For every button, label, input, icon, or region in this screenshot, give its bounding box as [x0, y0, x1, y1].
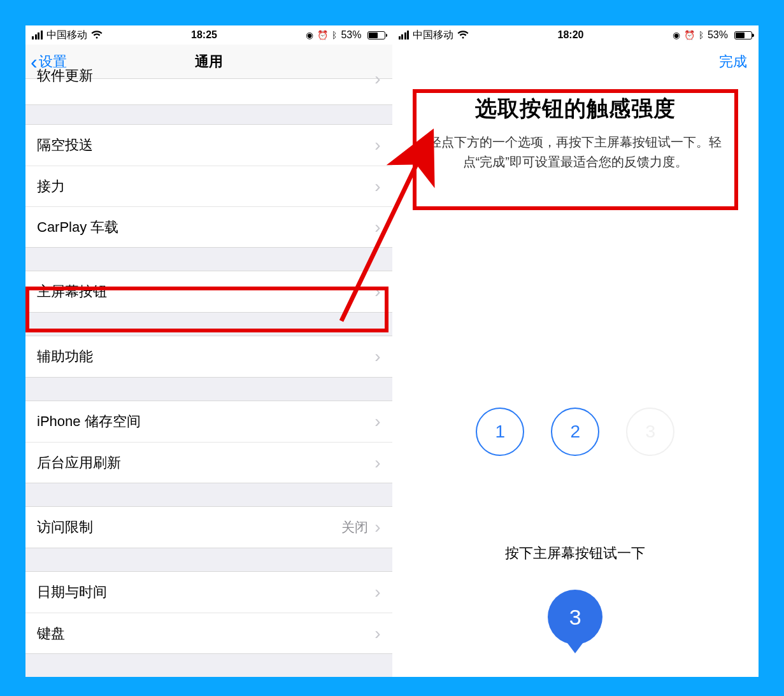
chevron-right-icon: ›	[374, 582, 380, 602]
dnd-icon: ◉	[306, 30, 313, 40]
settings-list[interactable]: 软件更新 › 隔空投送 › 接力 › CarPlay 车载 ›	[25, 79, 392, 654]
haptic-prompt: 按下主屏幕按钮试一下	[392, 544, 759, 563]
list-item[interactable]: 后台应用刷新 ›	[25, 442, 392, 483]
haptic-option-1[interactable]: 1	[476, 408, 524, 456]
bluetooth-icon: ᛒ	[699, 30, 704, 40]
signal-icon	[399, 31, 410, 39]
haptic-title: 选取按钮的触感强度	[417, 94, 735, 124]
list-item[interactable]: 日期与时间 ›	[25, 572, 392, 613]
bluetooth-icon: ᛒ	[332, 30, 337, 40]
chevron-right-icon: ›	[374, 69, 380, 89]
battery-icon	[732, 31, 752, 39]
list-item[interactable]: CarPlay 车载 ›	[25, 206, 392, 247]
phone-left-settings: 中国移动 18:25 ◉ ⏰ ᛒ 53% ‹ 设置 通用 软件更	[25, 25, 392, 677]
chevron-right-icon: ›	[374, 217, 380, 238]
chevron-right-icon: ›	[374, 176, 380, 197]
chevron-right-icon: ›	[374, 135, 380, 155]
annotated-screenshot-stage: 中国移动 18:25 ◉ ⏰ ᛒ 53% ‹ 设置 通用 软件更	[25, 25, 759, 677]
list-item[interactable]: iPhone 储存空间 ›	[25, 401, 392, 442]
list-item[interactable]: 软件更新 ›	[25, 79, 392, 104]
dnd-icon: ◉	[673, 30, 680, 40]
chevron-right-icon: ›	[374, 411, 380, 432]
alarm-icon: ⏰	[317, 30, 328, 40]
list-item[interactable]: 隔空投送 ›	[25, 125, 392, 166]
battery-pct: 53%	[341, 29, 361, 41]
carrier-label: 中国移动	[46, 29, 87, 42]
battery-icon	[365, 31, 385, 39]
status-time: 18:25	[191, 29, 217, 41]
list-item[interactable]: 键盘 ›	[25, 613, 392, 653]
chevron-right-icon: ›	[374, 517, 380, 537]
status-bar: 中国移动 18:25 ◉ ⏰ ᛒ 53%	[25, 25, 392, 45]
status-time: 18:20	[558, 29, 584, 41]
wifi-icon	[91, 31, 103, 39]
haptic-description: 轻点下方的一个选项，再按下主屏幕按钮试一下。轻点“完成”即可设置最适合您的反馈力…	[417, 132, 735, 172]
list-item[interactable]: 访问限制 关闭 ›	[25, 507, 392, 548]
haptic-option-2[interactable]: 2	[551, 408, 599, 456]
nav-bar: 完成	[392, 45, 759, 79]
status-bar: 中国移动 18:20 ◉ ⏰ ᛒ 53%	[392, 25, 759, 45]
haptic-info-box: 选取按钮的触感强度 轻点下方的一个选项，再按下主屏幕按钮试一下。轻点“完成”即可…	[417, 94, 735, 172]
haptic-option-3[interactable]: 3	[626, 408, 674, 456]
chevron-right-icon: ›	[374, 623, 380, 644]
alarm-icon: ⏰	[684, 30, 695, 40]
list-item-home-button[interactable]: 主屏幕按钮 ›	[25, 271, 392, 312]
chevron-right-icon: ›	[374, 453, 380, 473]
haptic-options: 1 2 3	[392, 408, 759, 456]
done-button[interactable]: 完成	[719, 52, 747, 71]
haptic-selected-bubble[interactable]: 3	[548, 590, 602, 644]
carrier-label: 中国移动	[413, 29, 453, 42]
signal-icon	[32, 31, 43, 39]
phone-right-haptic: 中国移动 18:20 ◉ ⏰ ᛒ 53% 完成 选取按钮的触感强度 轻点下方的一…	[392, 25, 759, 677]
row-value: 关闭	[341, 518, 368, 536]
chevron-right-icon: ›	[374, 346, 380, 367]
wifi-icon	[457, 31, 469, 39]
list-item[interactable]: 辅助功能 ›	[25, 336, 392, 377]
chevron-right-icon: ›	[374, 281, 380, 302]
list-item[interactable]: 接力 ›	[25, 166, 392, 206]
battery-pct: 53%	[708, 29, 728, 41]
